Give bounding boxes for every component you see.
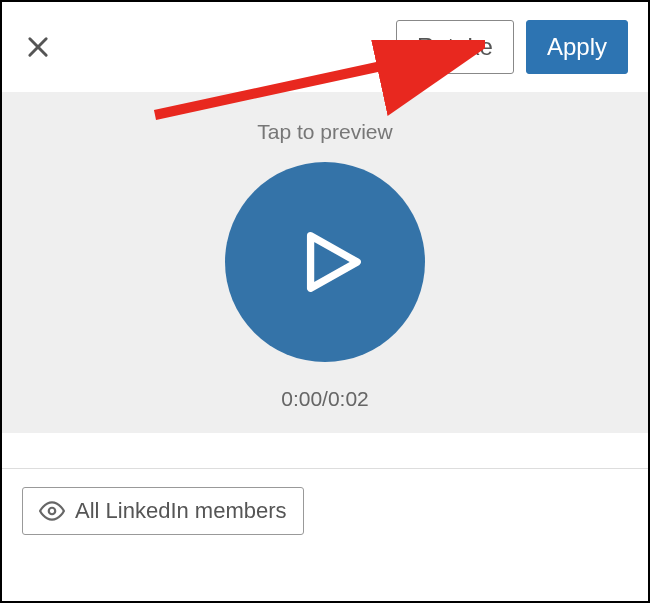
eye-icon	[39, 498, 65, 524]
time-display: 0:00/0:02	[281, 387, 369, 411]
retake-button[interactable]: Retake	[396, 20, 514, 74]
visibility-section: All LinkedIn members	[2, 487, 648, 553]
header-buttons: Retake Apply	[396, 20, 628, 74]
visibility-button[interactable]: All LinkedIn members	[22, 487, 304, 535]
play-button[interactable]	[225, 162, 425, 362]
svg-marker-2	[311, 236, 358, 289]
divider	[2, 468, 648, 469]
preview-label: Tap to preview	[257, 120, 392, 144]
play-icon	[296, 227, 366, 297]
close-icon	[24, 33, 52, 61]
close-button[interactable]	[22, 31, 54, 63]
header: Retake Apply	[2, 2, 648, 92]
svg-point-3	[49, 508, 56, 515]
visibility-label: All LinkedIn members	[75, 498, 287, 524]
apply-button[interactable]: Apply	[526, 20, 628, 74]
preview-section: Tap to preview 0:00/0:02	[2, 92, 648, 433]
